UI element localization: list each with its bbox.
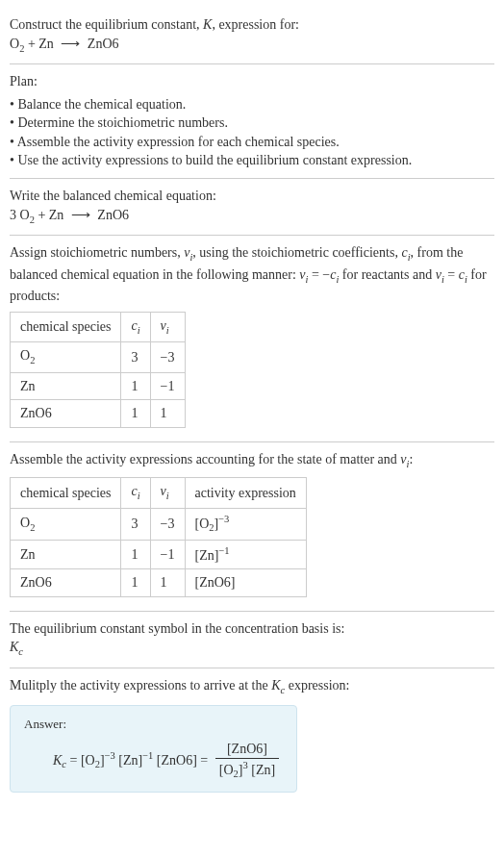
table-row: O2 3 −3 [11,342,186,372]
table-header-row: chemical species ci νi activity expressi… [11,478,307,508]
sp-a: ZnO6 [20,575,52,590]
balanced-title: Write the balanced chemical equation: [10,187,494,206]
cell-nu: −1 [150,540,185,568]
cell-species: ZnO6 [11,400,121,428]
th-species: chemical species [11,478,121,508]
th-species: chemical species [11,312,121,341]
th-nui: νi [150,312,185,341]
intro-section: Construct the equilibrium constant, K, e… [10,8,494,64]
bal-arrow: ⟶ [71,206,90,225]
plan-item: Use the activity expressions to build th… [10,151,494,170]
eq-o2: O [10,37,19,51]
intro-K: K [203,17,212,32]
ans-t1sup: −3 [105,749,115,760]
cell-nu: 1 [150,569,185,597]
answer-equation: Kc = [O2]−3 [Zn]−1 [ZnO6] = [ZnO6][O2]3 … [24,740,283,783]
sp-sub: 2 [30,521,35,532]
ans-k: K [53,752,62,767]
th-nui: νi [150,478,185,508]
eq-plus: + Zn [24,37,57,51]
mult-a: Mulitply the activity expressions to arr… [10,678,271,693]
sp-a: O [20,348,30,363]
th-ci: ci [121,312,150,341]
ans-fraction: [ZnO6][O2]3 [Zn] [215,740,279,783]
ans-t2sup: −1 [142,749,153,760]
plan-item: Assemble the activity expression for eac… [10,133,494,152]
table-row: Zn 1 −1 [11,372,186,400]
th-ci: ci [121,478,150,508]
sp-sub: 2 [30,355,35,365]
answer-box: Answer: Kc = [O2]−3 [Zn]−1 [ZnO6] = [ZnO… [10,705,297,793]
multiply-section: Mulitply the activity expressions to arr… [10,668,494,800]
assign-text-d: for reactants and [339,267,435,282]
cell-activity: [ZnO6] [185,569,306,597]
sp-a: O [20,516,30,530]
plan-item: Balance the chemical equation. [10,95,494,114]
ans-t2a: [Zn] [115,752,142,767]
cell-activity: [O2]−3 [185,508,306,540]
table-header-row: chemical species ci νi [11,312,186,341]
intro-equation: O2 + Zn ⟶ ZnO6 [10,35,494,56]
table-row: ZnO6 1 1 [11,400,186,428]
th-nui-b: i [166,491,169,501]
cell-nu: −3 [150,508,185,540]
ans-num: [ZnO6] [215,740,279,760]
cell-species: Zn [11,540,121,568]
cell-c: 3 [121,508,150,540]
ans-den: [O2]3 [Zn] [215,759,279,782]
cell-species: ZnO6 [11,569,121,597]
cell-nu: −3 [150,342,185,372]
ans-eq: = [66,752,81,767]
cell-nu: −1 [150,372,185,400]
stoich-table: chemical species ci νi O2 3 −3 Zn 1 −1 Z… [10,312,186,428]
ae-a: [ZnO6] [195,575,236,590]
assign-section: Assign stoichiometric numbers, νi, using… [10,236,494,442]
sp-a: Zn [20,547,36,562]
cell-c: 1 [121,569,150,597]
assign-text-a: Assign stoichiometric numbers, [10,245,184,260]
cell-species: O2 [11,342,121,372]
plan-list: Balance the chemical equation. Determine… [10,95,494,170]
table-row: ZnO6 1 1 [ZnO6] [11,569,307,597]
sp-a: Zn [20,379,36,393]
mult-k: K [271,678,280,693]
symbol-section: The equilibrium constant symbol in the c… [10,612,494,668]
plan-section: Plan: Balance the chemical equation. Det… [10,64,494,179]
th-ci-b: i [138,324,140,335]
rel2-eq: = [444,267,459,282]
answer-label: Answer: [24,716,283,733]
mult-b: expression: [285,678,349,693]
bal-mid: + Zn [35,208,67,222]
symbol-title: The equilibrium constant symbol in the c… [10,619,494,639]
cell-nu: 1 [150,400,185,428]
den-c: [Zn] [248,763,275,777]
ae-sup: −3 [218,514,229,524]
rel1-eq: = − [308,267,330,282]
ae-a: [Zn] [195,548,219,563]
table-row: O2 3 −3 [O2]−3 [11,508,307,540]
ans-t1a: [O [81,752,95,767]
assign-text: Assign stoichiometric numbers, νi, using… [10,243,494,306]
bal-rhs: ZnO6 [94,208,129,222]
symbol-k: K [10,640,18,654]
ans-t3: [ZnO6] [153,752,197,767]
intro-text: Construct the equilibrium constant, [10,17,203,32]
cell-species: Zn [11,372,121,400]
eq-rhs: ZnO6 [84,37,118,51]
cell-c: 1 [121,400,150,428]
symbol-kc: Kc [10,638,494,659]
bal-coef1: 3 O [10,208,30,222]
act-title-b: : [409,452,413,466]
table-row: Zn 1 −1 [Zn]−1 [11,540,307,568]
plan-item: Determine the stoichiometric numbers. [10,113,494,133]
balanced-equation: 3 O2 + Zn ⟶ ZnO6 [10,206,494,227]
ans-eq2: = [197,752,212,767]
ae-sup: −1 [218,545,229,556]
th-ci-b: i [138,491,140,501]
cell-c: 3 [121,342,150,372]
activity-section: Assemble the activity expressions accoun… [10,442,494,612]
intro-text2: , expression for: [212,17,299,32]
ae-a: [O [195,516,210,530]
multiply-title: Mulitply the activity expressions to arr… [10,676,494,697]
assign-text-b: , using the stoichiometric coefficients, [192,245,401,260]
